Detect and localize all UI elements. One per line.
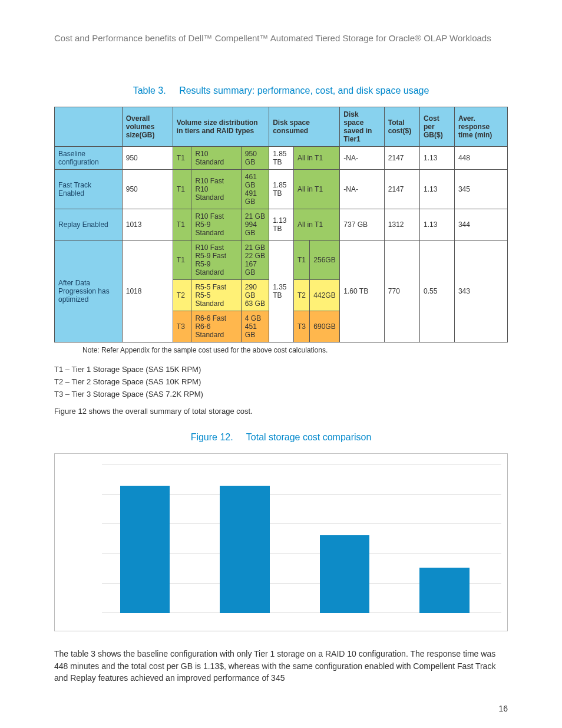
size-cell: 290 GB 63 GB — [241, 280, 269, 311]
cell: 345 — [454, 170, 507, 209]
table-row: Fast Track Enabled 950 T1 R10 Fast R10 S… — [55, 170, 508, 209]
figure-title: Total storage cost comparison — [246, 432, 372, 442]
grid-line — [102, 464, 501, 465]
cell: 1.85 TB — [269, 170, 294, 209]
bar-2 — [320, 535, 370, 613]
cell: All in T1 — [293, 209, 339, 241]
cell: 2147 — [384, 147, 419, 170]
cost-bar-chart — [54, 453, 508, 631]
table-row: After Data Progression has optimized 101… — [55, 241, 508, 280]
tier-cell: T3 — [293, 311, 309, 342]
bar-0 — [120, 486, 170, 613]
cell: 1.85 TB — [269, 147, 294, 170]
raid-cell: R5-5 Fast R5-5 Standard — [191, 280, 241, 311]
cell: 256GB — [310, 241, 340, 280]
row-label: Replay Enabled — [55, 209, 123, 241]
cell: 344 — [454, 209, 507, 241]
tier-cell: T1 — [173, 147, 191, 170]
col-overall: Overall volumes size(GB) — [122, 107, 173, 147]
table-note: Note: Refer Appendix for the sample cost… — [82, 346, 508, 354]
cell: 770 — [384, 241, 419, 342]
summary-line: Figure 12 shows the overall summary of t… — [54, 407, 508, 416]
cell: 2147 — [384, 170, 419, 209]
table-caption: Table 3. Results summary: performance, c… — [54, 85, 508, 96]
cell: -NA- — [340, 147, 384, 170]
doc-header: Cost and Performance benefits of Dell™ C… — [54, 32, 508, 44]
page-number: 16 — [54, 704, 508, 713]
cell: 950 — [122, 147, 173, 170]
tier-cell: T2 — [293, 280, 309, 311]
table-title: Results summary: performance, cost, and … — [179, 85, 429, 95]
row-label: After Data Progression has optimized — [55, 241, 123, 342]
legend-t2: T2 – Tier 2 Storage Space (SAS 10K RPM) — [54, 377, 508, 386]
size-cell: 950 GB — [241, 147, 269, 170]
table-header-row: Overall volumes size(GB) Volume size dis… — [55, 107, 508, 147]
cell: 690GB — [310, 311, 340, 342]
tier-cell: T2 — [173, 280, 191, 311]
plot-area — [102, 465, 501, 613]
tier-cell: T1 — [293, 241, 309, 280]
cell: 1.13 — [420, 170, 455, 209]
col-blank — [55, 107, 123, 147]
cell: 442GB — [310, 280, 340, 311]
tier-cell: T1 — [173, 209, 191, 241]
size-cell: 21 GB 22 GB 167 GB — [241, 241, 269, 280]
body-paragraph: The table 3 shows the baseline configura… — [54, 648, 508, 684]
row-label: Fast Track Enabled — [55, 170, 123, 209]
cell: 950 — [122, 170, 173, 209]
tier-cell: T1 — [173, 170, 191, 209]
col-saved: Disk space saved in Tier1 — [340, 107, 384, 147]
legend-t1: T1 – Tier 1 Storage Space (SAS 15K RPM) — [54, 365, 508, 374]
col-cpg: Cost per GB($) — [420, 107, 455, 147]
cell: 1.35 TB — [269, 241, 294, 342]
cell: 1.13 — [420, 147, 455, 170]
cell: 343 — [454, 241, 507, 342]
col-consumed: Disk space consumed — [269, 107, 340, 147]
cell: 448 — [454, 147, 507, 170]
figure-number: Figure 12. — [191, 432, 233, 442]
size-cell: 21 GB 994 GB — [241, 209, 269, 241]
raid-cell: R10 Fast R5-9 Fast R5-9 Standard — [191, 241, 241, 280]
raid-cell: R10 Fast R5-9 Standard — [191, 209, 241, 241]
col-resp: Aver. response time (min) — [454, 107, 507, 147]
cell: 1018 — [122, 241, 173, 342]
cell: 1.13 — [420, 209, 455, 241]
legend-t3: T3 – Tier 3 Storage Space (SAS 7.2K RPM) — [54, 390, 508, 398]
tier-cell: T3 — [173, 311, 191, 342]
bar-1 — [220, 486, 270, 613]
table-row: Replay Enabled 1013 T1 R10 Fast R5-9 Sta… — [55, 209, 508, 241]
raid-cell: R10 Standard — [191, 147, 241, 170]
cell: -NA- — [340, 170, 384, 209]
raid-cell: R10 Fast R10 Standard — [191, 170, 241, 209]
tier-cell: T1 — [173, 241, 191, 280]
results-table: Overall volumes size(GB) Volume size dis… — [54, 107, 508, 342]
size-cell: 4 GB 451 GB — [241, 311, 269, 342]
table-number: Table 3. — [133, 85, 166, 95]
size-cell: 461 GB 491 GB — [241, 170, 269, 209]
row-label: Baseline configuration — [55, 147, 123, 170]
cell: 0.55 — [420, 241, 455, 342]
col-cost: Total cost($) — [384, 107, 419, 147]
bar-3 — [419, 568, 470, 614]
cell: All in T1 — [293, 147, 339, 170]
raid-cell: R6-6 Fast R6-6 Standard — [191, 311, 241, 342]
col-dist: Volume size distribution in tiers and RA… — [173, 107, 269, 147]
cell: 1312 — [384, 209, 419, 241]
cell: 737 GB — [340, 209, 384, 241]
figure-caption: Figure 12. Total storage cost comparison — [54, 432, 508, 443]
table-row: Baseline configuration 950 T1 R10 Standa… — [55, 147, 508, 170]
cell: 1.13 TB — [269, 209, 294, 241]
cell: All in T1 — [293, 170, 339, 209]
cell: 1.60 TB — [340, 241, 384, 342]
cell: 1013 — [122, 209, 173, 241]
